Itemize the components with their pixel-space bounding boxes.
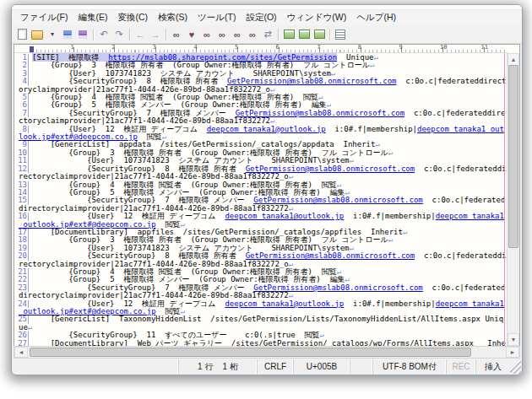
menu-file[interactable]: ファイル(F) <box>15 10 73 25</box>
editor-line: 25 [GenericList] TaxonomyHiddenList /sit… <box>14 315 507 332</box>
cursor-position-indicator: 1 行 1 桁 <box>178 359 257 374</box>
ruler-label: 4 <box>193 44 197 51</box>
menu-tools[interactable]: ツール(T) <box>193 10 241 25</box>
vertical-scrollbar[interactable]: ▲ ▼ <box>507 53 519 346</box>
redo-icon[interactable]: ↷ <box>112 28 126 41</box>
tag-jump-back-icon[interactable] <box>297 28 311 41</box>
editor-line: 23 {SecurityGroup} 7 権限取得 メンバー GetPermis… <box>14 284 507 300</box>
save-all-icon[interactable] <box>76 28 90 41</box>
outline-icon[interactable] <box>312 28 326 41</box>
open-file-icon[interactable] <box>30 28 44 41</box>
return-mark: ↵ <box>388 148 393 157</box>
line-number: 12 <box>14 165 29 173</box>
text-area[interactable]: 1[SITE] 権限取得 https://mslab08.sharepoint.… <box>14 53 507 346</box>
text-segment: [DocumentLibrary] Web パーツ ギャラリー /sites/G… <box>19 339 506 346</box>
move-back-icon[interactable]: ← <box>133 28 147 41</box>
horizontal-scrollbar[interactable]: ◄ ► <box>14 346 520 359</box>
link-text[interactable]: deepcom_tanaka1@outlook.jp <box>207 125 326 133</box>
find-next-icon[interactable]: ∞ <box>200 28 214 41</box>
line-text: {User} 12 検証用 ディープコム deepcom_tanaka1@out… <box>14 300 507 316</box>
link-text[interactable]: deepcom_tanaka1@outlook.jp <box>225 299 344 308</box>
text-segment: i:0#.f|membership| <box>326 125 417 133</box>
scroll-right-arrow-icon[interactable]: ► <box>506 347 519 358</box>
line-number: 20 <box>14 252 29 260</box>
file-list-icon[interactable] <box>334 28 347 41</box>
ruler-label: 1 <box>71 44 74 51</box>
line-text: {SecurityGroup} 7 権限取得 メンバー GetPermissio… <box>14 110 507 126</box>
line-text: {SecurityGroup} 7 権限取得 メンバー GetPermissio… <box>14 284 507 300</box>
open-dropdown-icon[interactable]: ▾ <box>46 28 59 41</box>
line-number: 15 <box>14 197 29 204</box>
menu-convert[interactable]: 変換(C) <box>112 10 153 25</box>
caret-column-indicator <box>30 46 34 52</box>
toolbar-separator <box>93 29 94 40</box>
char-code-indicator: U+005B <box>293 359 350 374</box>
toolbar-separator <box>129 29 130 40</box>
menu-help[interactable]: ヘルプ(H) <box>351 10 401 25</box>
line-number: 24 <box>14 300 29 308</box>
line-text: [GenericList] TaxonomyHiddenList /sites/… <box>14 315 507 332</box>
editor-window: ファイル(F)編集(E)変換(C)検索(S)ツール(T)設定(O)ウィンドウ(W… <box>11 4 523 375</box>
save-icon[interactable] <box>61 28 74 41</box>
line-number: 7 <box>14 110 29 117</box>
editor-line: 4 {SecurityGroup} 8 権限取得 所有者 GetPermissi… <box>14 78 507 94</box>
line-text: {User} 12 検証用 ディープコム deepcom_tanaka1@out… <box>14 213 507 229</box>
line-number: 4 <box>14 78 29 85</box>
editor-line: 24 {User} 12 検証用 ディープコム deepcom_tanaka1@… <box>14 300 507 316</box>
line-text: {SecurityGroup} 8 権限取得 所有者 GetPermission… <box>14 165 507 181</box>
menu-bar: ファイル(F)編集(E)変換(C)検索(S)ツール(T)設定(O)ウィンドウ(W… <box>12 10 522 25</box>
toolbar-separator <box>278 29 279 40</box>
grep-icon[interactable]: ∞ <box>246 28 259 41</box>
find-icon[interactable]: ∞ <box>170 28 183 41</box>
bookmark-icon[interactable]: ⇄ <box>261 28 274 41</box>
desktop: ファイル(F)編集(E)変換(C)検索(S)ツール(T)設定(O)ウィンドウ(W… <box>0 0 532 399</box>
scroll-up-arrow-icon[interactable]: ▲ <box>508 53 519 66</box>
find-word-icon[interactable]: ♥ <box>185 28 198 41</box>
ruler-label: 10 <box>440 44 447 51</box>
editor-pane[interactable]: 1234567891011 1[SITE] 権限取得 https://mslab… <box>14 44 520 347</box>
scroll-left-arrow-icon[interactable]: ◄ <box>14 347 28 358</box>
horizontal-scroll-track[interactable] <box>28 347 506 358</box>
line-number: 25 <box>14 315 29 323</box>
vertical-scroll-thumb[interactable] <box>508 65 518 248</box>
horizontal-scroll-thumb[interactable] <box>30 348 471 357</box>
menu-search[interactable]: 検索(S) <box>153 10 193 25</box>
line-number: 16 <box>14 213 29 220</box>
menu-settings[interactable]: 設定(O) <box>241 10 281 25</box>
scroll-down-arrow-icon[interactable]: ▼ <box>508 333 519 346</box>
line-text: {SecurityGroup} 8 権限取得 所有者 GetPermission… <box>14 252 507 268</box>
undo-icon[interactable]: ↶ <box>97 28 111 41</box>
ruler-label: 9 <box>399 44 402 51</box>
editor-line: 27 [DocumentLibrary] Web パーツ ギャラリー /site… <box>14 340 507 346</box>
menu-window[interactable]: ウィンドウ(W) <box>282 10 352 25</box>
find-prev-icon[interactable]: ∞ <box>215 28 229 41</box>
line-text: [DocumentLibrary] Web パーツ ギャラリー /sites/G… <box>14 340 507 346</box>
return-mark: ↵ <box>403 228 407 236</box>
text-segment: i:0#.f|membership| <box>344 299 435 308</box>
encoding-indicator: UTF-8 BOM付 <box>372 359 446 374</box>
text-segment: i:0#.f|membership| <box>344 212 435 220</box>
column-ruler: 1234567891011 <box>14 45 508 53</box>
editor-line: 12 {SecurityGroup} 8 権限取得 所有者 GetPermiss… <box>14 165 507 181</box>
eol-indicator: CRLF <box>257 359 293 374</box>
line-text: {User} 12 検証用 ディープコム deepcom_tanaka1@out… <box>14 126 507 142</box>
tag-jump-icon[interactable] <box>282 28 296 41</box>
toolbar-separator <box>166 29 166 40</box>
ruler-label: 11 <box>481 44 488 51</box>
link-text[interactable]: deepcom_tanaka1@outlook.jp <box>225 212 344 220</box>
insert-mode-indicator: 挿入 <box>475 359 510 374</box>
new-file-icon[interactable] <box>15 28 29 41</box>
move-forward-icon[interactable]: → <box>149 28 162 41</box>
ruler-label: 3 <box>153 44 156 51</box>
line-number: 8 <box>14 126 29 133</box>
record-indicator: REC <box>446 359 475 374</box>
menu-edit[interactable]: 編集(E) <box>73 10 112 25</box>
text-segment: [GenericList] TaxonomyHiddenList /sites/… <box>19 315 503 331</box>
wrap-margin-line <box>504 53 505 346</box>
editor-line: 16 {User} 12 検証用 ディープコム deepcom_tanaka1@… <box>14 213 507 229</box>
toolbar: ▾↶↷←→∞♥∞∞∞∞⇄ <box>12 25 522 44</box>
editor-line: 7 {SecurityGroup} 7 権限取得 メンバー GetPermiss… <box>14 110 507 126</box>
editor-line: 20 {SecurityGroup} 8 権限取得 所有者 GetPermiss… <box>14 252 507 268</box>
replace-icon[interactable]: ∞ <box>231 28 244 41</box>
resize-grip[interactable] <box>510 359 521 374</box>
